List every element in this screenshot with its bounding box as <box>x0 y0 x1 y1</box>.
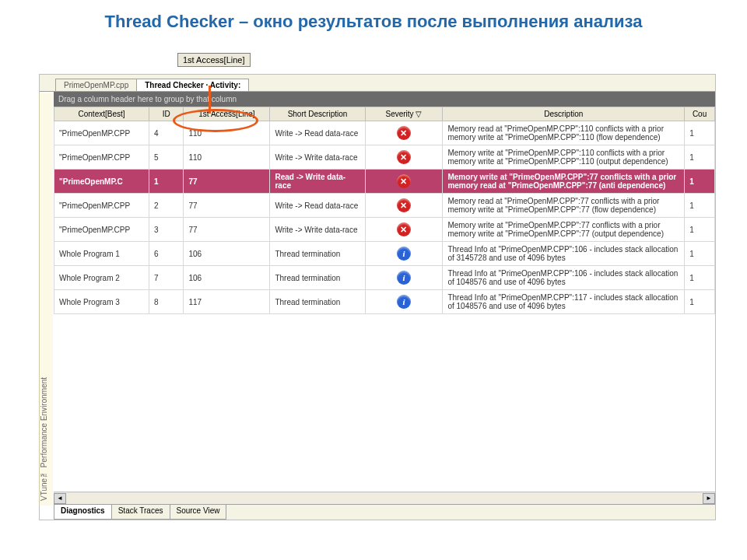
cell-severity: ✕ <box>365 145 443 170</box>
cell-context: "PrimeOpenMP.CPP <box>54 194 149 218</box>
cell-severity: i <box>365 242 443 266</box>
cell-context: "PrimeOpenMP.CPP <box>54 121 149 145</box>
cell-access: 117 <box>184 290 270 314</box>
results-table: Context[Best] ID 1st Access[Line] Short … <box>54 107 715 314</box>
col-context[interactable]: Context[Best] <box>54 107 149 121</box>
cell-access: 110 <box>184 121 270 145</box>
scroll-track[interactable] <box>66 493 703 504</box>
cell-id: 7 <box>149 266 184 290</box>
cell-desc: Memory read at "PrimeOpenMP.CPP":110 con… <box>443 121 685 145</box>
cell-context: "PrimeOpenMP.CPP <box>54 145 149 170</box>
table-row[interactable]: "PrimeOpenMP.C177Read -> Write data-race… <box>54 170 715 194</box>
cell-access: 110 <box>184 145 270 170</box>
error-icon: ✕ <box>397 126 411 140</box>
cell-count: 1 <box>685 170 715 194</box>
cell-count: 1 <box>685 242 715 266</box>
thread-checker-window: PrimeOpenMP.cpp Thread Checker · Activit… <box>39 74 716 520</box>
cell-desc: Thread Info at "PrimeOpenMP.CPP":117 - i… <box>443 290 685 314</box>
tab-source-file[interactable]: PrimeOpenMP.cpp <box>55 79 137 91</box>
cell-severity: ✕ <box>365 194 443 218</box>
scroll-right-button[interactable]: ► <box>703 493 715 504</box>
cell-severity: ✕ <box>365 218 443 242</box>
error-icon: ✕ <box>397 222 411 236</box>
col-severity[interactable]: Severity ▽ <box>365 107 443 121</box>
cell-desc: Memory write at "PrimeOpenMP.CPP":77 con… <box>443 170 685 194</box>
cell-count: 1 <box>685 290 715 314</box>
cell-shortdesc: Write -> Read data-race <box>270 194 365 218</box>
cell-access: 77 <box>184 170 270 194</box>
col-id[interactable]: ID <box>149 107 184 121</box>
table-row[interactable]: "PrimeOpenMP.CPP377Write -> Write data-r… <box>54 218 715 242</box>
cell-id: 1 <box>149 170 184 194</box>
cell-count: 1 <box>685 194 715 218</box>
col-short-description[interactable]: Short Description <box>270 107 365 121</box>
table-row[interactable]: Whole Program 16106Thread terminationiTh… <box>54 242 715 266</box>
cell-severity: ✕ <box>365 121 443 145</box>
cell-desc: Memory write at "PrimeOpenMP.CPP":77 con… <box>443 218 685 242</box>
cell-desc: Thread Info at "PrimeOpenMP.CPP":106 - i… <box>443 242 685 266</box>
group-by-hint[interactable]: Drag a column header here to group by th… <box>54 92 715 107</box>
error-icon: ✕ <box>397 198 411 212</box>
cell-shortdesc: Thread termination <box>270 266 365 290</box>
cell-desc: Memory read at "PrimeOpenMP.CPP":77 conf… <box>443 194 685 218</box>
cell-context: "PrimeOpenMP.C <box>54 170 149 194</box>
table-row[interactable]: Whole Program 27106Thread terminationiTh… <box>54 266 715 290</box>
cell-access: 77 <box>184 194 270 218</box>
cell-id: 6 <box>149 242 184 266</box>
cell-severity: i <box>365 290 443 314</box>
cell-context: Whole Program 1 <box>54 242 149 266</box>
scroll-left-button[interactable]: ◄ <box>54 493 66 504</box>
cell-id: 4 <box>149 121 184 145</box>
cell-desc: Memory write at "PrimeOpenMP.CPP":110 co… <box>443 145 685 170</box>
cell-context: Whole Program 3 <box>54 290 149 314</box>
cell-shortdesc: Thread termination <box>270 242 365 266</box>
cell-id: 3 <box>149 218 184 242</box>
vtune-sidebar-label: VTune™ Performance Environment <box>39 93 53 506</box>
editor-tabs: PrimeOpenMP.cpp Thread Checker · Activit… <box>40 75 715 92</box>
col-count[interactable]: Cou <box>685 107 715 121</box>
tab-stack-traces[interactable]: Stack Traces <box>111 505 170 520</box>
cell-shortdesc: Write -> Write data-race <box>270 218 365 242</box>
table-row[interactable]: "PrimeOpenMP.CPP277Write -> Read data-ra… <box>54 194 715 218</box>
cell-id: 2 <box>149 194 184 218</box>
cell-count: 1 <box>685 145 715 170</box>
info-icon: i <box>397 271 411 285</box>
cell-shortdesc: Write -> Read data-race <box>270 121 365 145</box>
page-title: Thread Checker – окно результатов после … <box>0 0 747 41</box>
error-icon: ✕ <box>397 174 411 188</box>
cell-severity: i <box>365 266 443 290</box>
cell-context: "PrimeOpenMP.CPP <box>54 218 149 242</box>
info-icon: i <box>397 247 411 261</box>
tab-source-view[interactable]: Source View <box>170 505 227 520</box>
col-first-access[interactable]: 1st Access[Line] <box>184 107 270 121</box>
table-row[interactable]: "PrimeOpenMP.CPP5110Write -> Write data-… <box>54 145 715 170</box>
col-description[interactable]: Description <box>443 107 685 121</box>
tab-diagnostics[interactable]: Diagnostics <box>54 505 112 520</box>
cell-desc: Thread Info at "PrimeOpenMP.CPP":106 - i… <box>443 266 685 290</box>
cell-severity: ✕ <box>365 170 443 194</box>
cell-access: 106 <box>184 266 270 290</box>
bottom-tabs: Diagnostics Stack Traces Source View <box>54 504 715 520</box>
cell-count: 1 <box>685 218 715 242</box>
error-icon: ✕ <box>397 150 411 164</box>
cell-id: 5 <box>149 145 184 170</box>
table-row[interactable]: "PrimeOpenMP.CPP4110Write -> Read data-r… <box>54 121 715 145</box>
horizontal-scrollbar[interactable]: ◄ ► <box>54 492 715 504</box>
cell-count: 1 <box>685 266 715 290</box>
cell-context: Whole Program 2 <box>54 266 149 290</box>
callout-label: 1st Access[Line] <box>177 53 251 67</box>
cell-count: 1 <box>685 121 715 145</box>
results-table-wrap: Context[Best] ID 1st Access[Line] Short … <box>54 107 715 492</box>
cell-shortdesc: Read -> Write data-race <box>270 170 365 194</box>
cell-shortdesc: Thread termination <box>270 290 365 314</box>
cell-access: 106 <box>184 242 270 266</box>
cell-access: 77 <box>184 218 270 242</box>
info-icon: i <box>397 295 411 309</box>
cell-shortdesc: Write -> Write data-race <box>270 145 365 170</box>
cell-id: 8 <box>149 290 184 314</box>
table-row[interactable]: Whole Program 38117Thread terminationiTh… <box>54 290 715 314</box>
tab-thread-checker[interactable]: Thread Checker · Activity: <box>136 79 249 91</box>
